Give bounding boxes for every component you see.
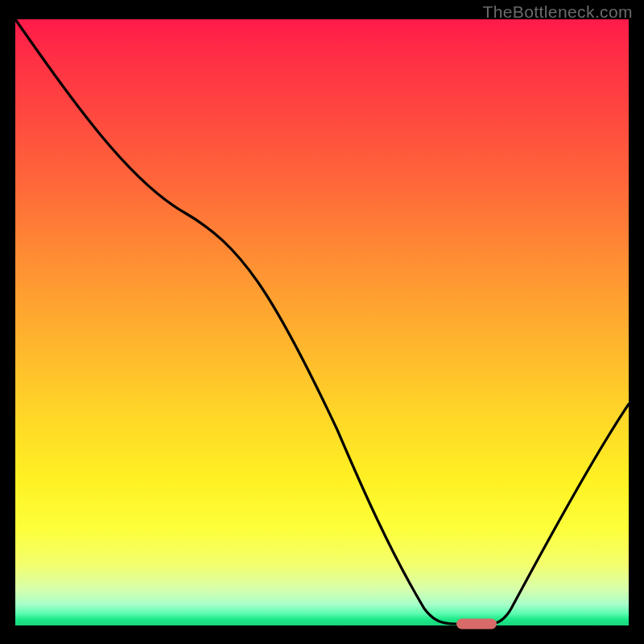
curve-path <box>15 19 629 624</box>
chart-frame: TheBottleneck.com <box>0 0 644 644</box>
watermark: TheBottleneck.com <box>482 2 633 22</box>
plot-area <box>15 19 629 625</box>
bottleneck-curve <box>15 19 629 625</box>
optimal-marker <box>456 619 497 630</box>
